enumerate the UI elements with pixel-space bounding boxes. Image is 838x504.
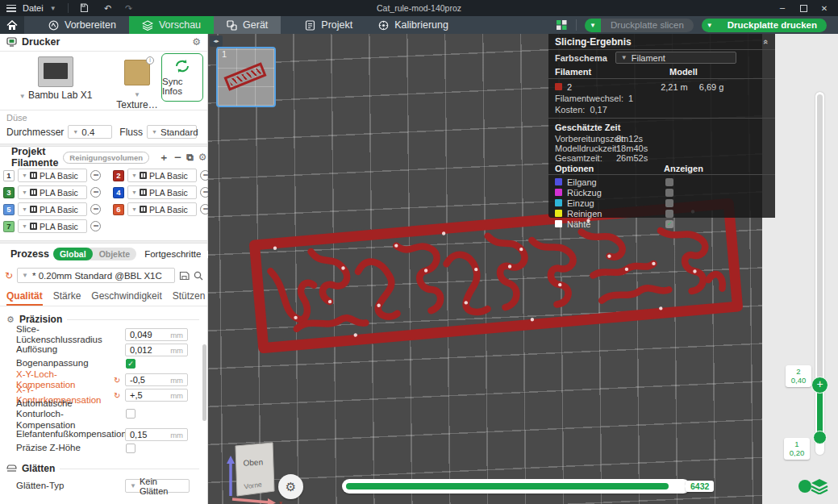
panel-collapse-handle[interactable]: ◂▸ [210,35,223,47]
nozzle-diameter-value: 0.4 [81,127,94,137]
preview-icon [142,20,153,31]
printer-settings-gear-icon[interactable]: ⚙ [192,36,201,48]
print-dropdown-icon[interactable]: ▼ [702,19,718,32]
search-icon[interactable] [194,271,203,281]
filament-select[interactable]: ▼PLA Basic [127,185,197,199]
auto-contour-hole-checkbox[interactable] [126,409,135,419]
tab-prepare[interactable]: Vorbereiten [35,16,129,34]
filament-select[interactable]: ▼PLA Basic [18,169,87,182]
viewport-3d[interactable]: ◂▸ 1 Slicing-Ergebnis « Farbschema ▼Fila… [208,34,838,504]
home-button[interactable] [0,16,24,34]
tab-preview[interactable]: Vorschau [129,16,214,34]
spool-icon [140,172,147,179]
flush-volume-button[interactable]: Reinigungsvolumen [63,152,149,164]
xy-contour-compensation-input[interactable]: +,5mm [125,389,188,402]
step-slider-knob[interactable] [798,480,811,493]
scope-global[interactable]: Global [53,248,93,260]
precise-z-checkbox[interactable] [126,444,135,453]
printer-selector[interactable]: ▼ Bambu Lab X1 [11,56,100,101]
print-plate-button[interactable]: ▼ Druckplatte drucken [702,19,827,32]
arc-fitting-checkbox[interactable]: ✓ [126,359,135,369]
add-filament-icon[interactable]: ＋ [159,151,169,165]
undo-icon[interactable]: ↶ [101,3,115,14]
preset-reset-icon[interactable]: ↻ [5,270,13,281]
minimize-button[interactable]: ─ [773,2,791,15]
xy-hole-compensation-input[interactable]: -0,5mm [125,373,188,386]
printer-name: Bambu Lab X1 [28,90,92,101]
layer-slider-upper-handle[interactable]: + [811,377,828,394]
layers-view-icon[interactable] [811,478,828,494]
preset-select[interactable]: ▼* 0.20mm Standard @BBL X1C [17,268,175,283]
plate-thumbnail[interactable]: 1 [216,47,276,107]
retract-checkbox[interactable] [665,189,673,197]
gap-closing-input[interactable]: 0,049mm [125,328,188,341]
slicing-result-panel: Slicing-Ergebnis « Farbschema ▼Filament … [548,34,775,218]
remove-filament-icon[interactable]: − [173,152,181,163]
sync-info-button[interactable]: Sync Infos [161,53,203,102]
slice-plate-button[interactable]: ▼ Druckplatte slicen [585,19,694,32]
slice-dropdown-icon[interactable]: ▼ [585,19,601,32]
resolution-input[interactable]: 0,012mm [125,344,188,356]
filament-select[interactable]: ▼PLA Basic [18,219,87,233]
nozzle-diameter-select[interactable]: ▼0.4 [68,125,112,139]
tab-device[interactable]: Gerät [214,16,281,34]
filament-select[interactable]: ▼PLA Basic [18,202,87,216]
tab-calibration[interactable]: Kalibrierung [365,16,461,34]
layer-slider-lower-handle[interactable] [813,431,827,444]
flow-select[interactable]: ▼Standard [147,125,197,139]
tab-project[interactable]: Projekt [292,16,365,34]
redo-icon[interactable]: ↷ [122,3,136,14]
smoothing-type-select[interactable]: ▼Kein Glätten [125,479,190,493]
smoothing-group-header: Glätten [6,463,199,474]
filament-edit-button[interactable]: ••• [90,170,101,181]
filament-edit-button[interactable]: ••• [90,204,101,215]
maximize-button[interactable] [794,2,812,15]
filament-slot-1: 1 ▼PLA Basic ••• [3,169,101,182]
tab-project-label: Projekt [321,19,352,31]
filament-edit-button[interactable]: ••• [90,221,101,231]
unretract-checkbox[interactable] [665,199,673,207]
elephant-foot-input[interactable]: 0,15mm [125,428,188,441]
tab-speed[interactable]: Geschwindigkeit [91,290,161,306]
x-axis-label: x [279,499,282,504]
info-icon[interactable]: i [146,56,154,65]
travel-checkbox[interactable] [665,178,673,186]
save-preset-icon[interactable] [179,271,190,281]
save-icon[interactable] [80,3,94,13]
time-row: Gesamtzeit:26m52s [548,153,775,163]
reset-icon[interactable]: ↻ [114,376,120,385]
scope-toggle[interactable]: Global Objekte [53,248,136,260]
filament-select[interactable]: ▼PLA Basic [127,202,197,216]
sidebar-scrollbar[interactable] [202,344,206,421]
print-plate-label: Druckplatte drucken [718,19,827,32]
filament-select[interactable]: ▼PLA Basic [18,185,87,199]
layer-slider[interactable] [815,92,824,455]
tab-supports[interactable]: Stützen [173,290,206,306]
file-menu[interactable]: Datei [23,3,44,13]
scope-objects[interactable]: Objekte [93,249,137,259]
step-value-tooltip: 6432 [686,481,714,492]
smoothing-title: Glätten [22,463,55,474]
color-scheme-select[interactable]: ▼Filament [615,52,736,64]
seams-checkbox[interactable]: ✓ [665,220,673,228]
filament-edit-button[interactable]: ••• [90,187,101,198]
ams-sync-icon[interactable]: ⧉ [186,152,194,163]
tab-strength[interactable]: Stärke [53,290,81,306]
option-travel: Eilgang [548,177,775,187]
chevron-down-icon[interactable]: ▼ [50,5,56,12]
collapse-panel-icon[interactable]: « [761,39,771,44]
tab-quality[interactable]: Qualität [6,290,43,306]
reset-icon[interactable]: ↻ [114,391,120,400]
viewport-settings-button[interactable]: ⚙ [278,474,303,499]
step-slider[interactable] [342,479,690,494]
plate-type-selector[interactable]: i ▼ Texture… [115,60,160,110]
filament-slot-5: 5 ▼PLA Basic ••• [3,202,101,216]
close-button[interactable]: ✕ [815,2,833,15]
menu-icon[interactable] [6,5,16,12]
filament-settings-gear-icon[interactable]: ⚙ [198,152,207,163]
filament-select[interactable]: ▼PLA Basic [127,169,197,182]
plate-layout-icon[interactable] [556,19,568,31]
wipe-checkbox[interactable] [665,210,673,218]
spool-icon [30,223,37,230]
orientation-cube[interactable]: Oben Vorne x [223,439,286,504]
